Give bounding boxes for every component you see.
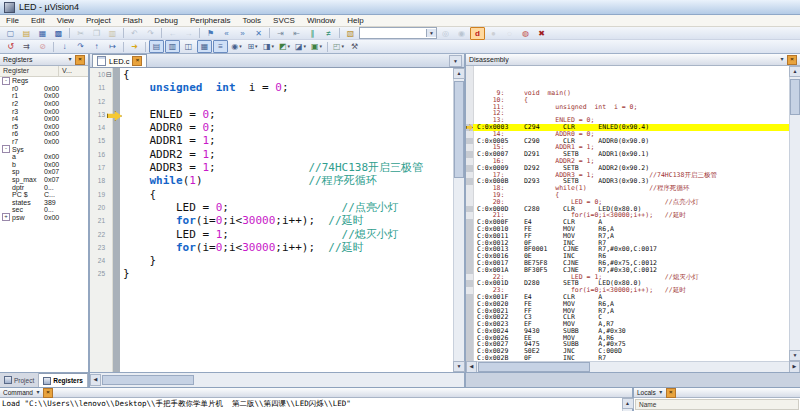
serial-window-dropdown-icon[interactable]: ▾ (272, 42, 275, 51)
save-all-button[interactable]: ▩ (51, 27, 66, 40)
configure-toolbox-button[interactable]: ⚒ (347, 40, 362, 53)
trace-window-button[interactable]: ◪▾ (293, 40, 308, 53)
close-icon[interactable]: × (43, 388, 53, 398)
undo-button[interactable]: ↶ (127, 27, 142, 40)
navigate-back-button[interactable]: ← (165, 27, 180, 40)
enable-disable-breakpoint-button[interactable]: ◌ (502, 27, 517, 40)
find-button[interactable]: ◎ (438, 27, 453, 40)
register-row[interactable]: r50x00 (0, 123, 88, 131)
register-row[interactable]: states389 (0, 199, 88, 207)
find-in-files-button[interactable]: ▧ (343, 27, 358, 40)
register-row[interactable]: r30x00 (0, 107, 88, 115)
system-viewer-dropdown-icon[interactable]: ▾ (320, 42, 323, 51)
indent-right-button[interactable]: ⇥ (273, 27, 288, 40)
menu-item-peripherals[interactable]: Peripherals (184, 15, 236, 26)
breakpoint-margin-cell[interactable] (113, 134, 120, 147)
memory-window-button[interactable]: ⊞▾ (245, 40, 260, 53)
code-line[interactable]: 21 for(i=0;i<30000;i++); //延时 (90, 214, 453, 227)
disassembly-window-button[interactable]: ▥ (165, 40, 180, 53)
register-row[interactable]: +psw0x00 (0, 214, 88, 222)
code-text[interactable]: { (120, 68, 453, 81)
indent-left-button[interactable]: ⇤ (289, 27, 304, 40)
stop-button[interactable]: ⊘ (35, 40, 50, 53)
reset-cpu-button[interactable]: ↺ (3, 40, 18, 53)
close-icon[interactable]: × (75, 55, 85, 65)
code-text[interactable]: { (120, 188, 453, 201)
disassembly-listing[interactable]: 9: void main() 10: { 11: unsigned int i … (466, 66, 789, 361)
code-line[interactable]: 12 (90, 95, 453, 108)
fold-collapse-icon[interactable]: ⊟ (105, 68, 113, 81)
breakpoint-margin-cell[interactable] (113, 241, 120, 254)
menu-item-view[interactable]: View (51, 15, 80, 26)
register-row[interactable]: -Sys (0, 145, 88, 153)
breakpoint-margin-cell[interactable] (113, 174, 120, 187)
step-into-button[interactable]: ↓ (57, 40, 72, 53)
editor-horizontal-scrollbar[interactable]: ◀ (88, 373, 466, 387)
code-line[interactable]: 14 ADDR0 = 0; (90, 121, 453, 134)
close-icon[interactable]: × (666, 388, 676, 398)
combo-dropdown-icon[interactable]: ▼ (426, 29, 436, 37)
open-file-button[interactable]: ▤ (19, 27, 34, 40)
breakpoint-margin-cell[interactable] (113, 148, 120, 161)
close-icon[interactable]: × (787, 55, 797, 65)
register-row[interactable]: r70x00 (0, 138, 88, 146)
disassembly-row[interactable]: 11: unsigned int i = 0; (466, 104, 789, 111)
menu-item-edit[interactable]: Edit (25, 15, 51, 26)
expand-icon[interactable]: + (2, 213, 10, 221)
registers-tree[interactable]: -Regsr00x00r10x00r20x00r30x00r40x00r50x0… (0, 77, 88, 372)
symbol-window-button[interactable]: ◫ (181, 40, 196, 53)
new-file-button[interactable]: ▢ (3, 27, 18, 40)
insert-breakpoint-button[interactable]: ● (486, 27, 501, 40)
register-row[interactable]: sec0... (0, 206, 88, 214)
command-window-button[interactable]: ▤ (149, 40, 164, 53)
menu-item-window[interactable]: Window (301, 15, 341, 26)
code-line[interactable]: 10⊟{ (90, 68, 453, 81)
code-text[interactable]: unsigned int i = 0; (120, 81, 453, 94)
breakpoint-margin-cell[interactable] (113, 121, 120, 134)
code-line[interactable]: 22 LED = 1; //熄灭小灯 (90, 228, 453, 241)
register-row[interactable]: dptr0... (0, 183, 88, 191)
system-viewer-button[interactable]: ▣▾ (309, 40, 324, 53)
code-line[interactable]: 17 ADDR3 = 1; //74HC138开启三极管 (90, 161, 453, 174)
scroll-up-icon[interactable]: ▲ (789, 66, 800, 77)
locals-table[interactable]: Name (634, 398, 800, 411)
code-line[interactable]: 25} (90, 267, 453, 280)
code-area[interactable]: 10⊟{11 unsigned int i = 0;1213 ENLED = 0… (90, 68, 453, 372)
register-row[interactable]: PC $C... (0, 191, 88, 199)
code-line[interactable]: 18 while(1) //程序死循环 (90, 174, 453, 187)
tab-close-icon[interactable]: × (132, 56, 142, 66)
code-line[interactable]: 24 } (90, 254, 453, 267)
code-line[interactable]: 13 ENLED = 0; (90, 108, 453, 121)
tab-project[interactable]: Project (0, 373, 39, 387)
bookmark-prev-button[interactable]: « (219, 27, 234, 40)
breakpoint-margin-cell[interactable] (113, 254, 120, 267)
paste-button[interactable]: ▥ (105, 27, 120, 40)
redo-button[interactable]: ↷ (143, 27, 158, 40)
scrollbar-thumb[interactable] (102, 375, 194, 385)
code-text[interactable]: ADDR0 = 0; (120, 121, 453, 134)
serial-window-button[interactable]: ◨▾ (261, 40, 276, 53)
kill-all-breakpoints-button[interactable]: ✖ (534, 27, 549, 40)
call-stack-window-button[interactable]: ≡ (213, 40, 228, 53)
instruction-trace-dropdown-icon[interactable]: ▾ (342, 42, 345, 51)
command-scrollbar[interactable]: ▲ (622, 398, 632, 411)
code-text[interactable]: for(i=0;i<30000;i++); //延时 (120, 241, 453, 254)
code-line[interactable]: 19 { (90, 188, 453, 201)
scrollbar-thumb[interactable] (454, 81, 464, 178)
registers-window-button[interactable]: ▦ (197, 40, 212, 53)
collapse-icon[interactable]: - (2, 145, 10, 153)
breakpoint-margin-cell[interactable] (113, 201, 120, 214)
code-text[interactable]: ADDR2 = 1; (120, 148, 453, 161)
scrollbar-thumb[interactable] (478, 362, 590, 372)
register-row[interactable]: b0x00 (0, 161, 88, 169)
register-row[interactable]: r20x00 (0, 100, 88, 108)
register-row[interactable]: r00x00 (0, 85, 88, 93)
command-output[interactable]: Load "C:\\Users\\lenovo\\Desktop\\手把手教你学… (0, 398, 632, 411)
start-stop-debug-button[interactable]: d (470, 27, 485, 40)
register-row[interactable]: a0x00 (0, 153, 88, 161)
code-text[interactable]: for(i=0;i<30000;i++); //延时 (120, 214, 453, 227)
find-combo[interactable]: ▼ (359, 27, 437, 39)
scroll-down-icon[interactable]: ▼ (453, 361, 465, 372)
register-row[interactable]: r60x00 (0, 130, 88, 138)
cut-button[interactable]: ✂ (73, 27, 88, 40)
